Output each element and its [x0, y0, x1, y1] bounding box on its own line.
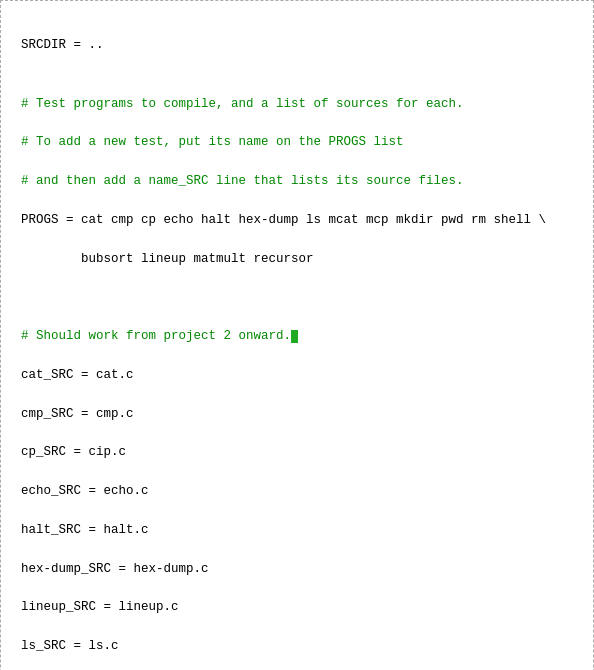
- line-comment-2: # To add a new test, put its name on the…: [21, 135, 404, 149]
- line-ls-src: ls_SRC = ls.c: [21, 639, 119, 653]
- line-comment-3: # and then add a name_SRC line that list…: [21, 174, 464, 188]
- line-comment-1: # Test programs to compile, and a list o…: [21, 97, 464, 111]
- line-echo-src: echo_SRC = echo.c: [21, 484, 149, 498]
- code-content: SRCDIR = .. # Test programs to compile, …: [21, 17, 573, 670]
- line-progs-cont: bubsort lineup matmult recursor: [21, 252, 314, 266]
- line-comment-project2: # Should work from project 2 onward.: [21, 329, 291, 343]
- line-halt-src: halt_SRC = halt.c: [21, 523, 149, 537]
- line-cp-src: cp_SRC = cip.c: [21, 445, 126, 459]
- text-cursor: [291, 330, 298, 343]
- line-progs: PROGS = cat cmp cp echo halt hex-dump ls…: [21, 213, 546, 227]
- line-srcdir: SRCDIR = ..: [21, 38, 104, 52]
- line-lineup-src: lineup_SRC = lineup.c: [21, 600, 179, 614]
- editor-window: SRCDIR = .. # Test programs to compile, …: [0, 0, 594, 670]
- line-cat-src: cat_SRC = cat.c: [21, 368, 134, 382]
- line-hexdump-src: hex-dump_SRC = hex-dump.c: [21, 562, 209, 576]
- line-cmp-src: cmp_SRC = cmp.c: [21, 407, 134, 421]
